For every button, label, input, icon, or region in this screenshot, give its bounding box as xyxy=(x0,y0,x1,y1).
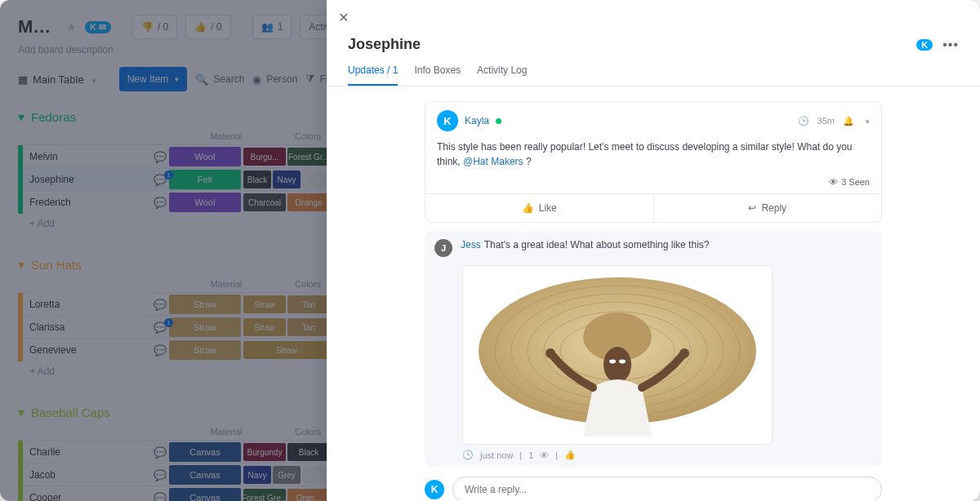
color-chip[interactable]: Tan xyxy=(287,318,330,336)
color-chip[interactable]: Straw xyxy=(243,341,330,359)
post-time: 35m xyxy=(817,116,835,126)
item-name[interactable]: Genevieve xyxy=(23,344,152,356)
new-item-button[interactable]: New Item▾ xyxy=(119,67,188,91)
color-chip[interactable]: Tan xyxy=(287,295,330,313)
thumbs-down-button[interactable]: 👎/ 0 xyxy=(132,15,177,39)
post-menu-icon[interactable] xyxy=(862,116,870,126)
reply-attachment[interactable] xyxy=(462,265,773,445)
item-name[interactable]: Melvin xyxy=(23,151,152,162)
colors-cell[interactable]: Burgu...Forest Gr... xyxy=(242,148,332,166)
add-row-button[interactable]: + Add xyxy=(18,213,312,229)
color-chip[interactable]: Black xyxy=(287,443,330,461)
close-icon[interactable]: ✕ xyxy=(338,10,349,25)
color-chip[interactable]: Straw xyxy=(243,318,286,336)
material-cell[interactable]: Straw xyxy=(169,340,241,360)
color-chip[interactable]: Navy xyxy=(243,466,271,484)
chat-icon[interactable]: 💬 xyxy=(152,151,168,163)
color-chip[interactable]: Burgundy xyxy=(243,443,286,461)
group-name[interactable]: Baseball Caps xyxy=(31,406,110,419)
tab-updates[interactable]: Updates / 1 xyxy=(348,64,398,86)
thumbs-up-icon: 👍 xyxy=(522,202,534,214)
item-name[interactable]: Cooper xyxy=(23,492,152,501)
color-chip[interactable] xyxy=(302,171,330,188)
board-title[interactable]: My Board xyxy=(18,16,57,38)
color-chip[interactable]: Oran... xyxy=(287,489,330,501)
colors-cell[interactable]: Forest Gre...Oran... xyxy=(242,489,332,501)
board-members-pill[interactable]: K✉ xyxy=(85,21,111,33)
group-name[interactable]: Sun Hats xyxy=(31,258,82,272)
chat-icon[interactable]: 💬 xyxy=(152,299,168,311)
material-cell[interactable]: Canvas xyxy=(169,465,241,485)
item-name[interactable]: Jacob xyxy=(23,469,152,481)
item-name[interactable]: Frederich xyxy=(23,197,152,208)
chat-icon: ✉ xyxy=(99,22,106,33)
reply-avatar[interactable]: J xyxy=(434,239,452,257)
tab-info-boxes[interactable]: Info Boxes xyxy=(414,64,461,86)
colors-cell[interactable]: BurgundyBlack xyxy=(242,443,332,461)
chat-icon[interactable]: 💬 xyxy=(152,197,168,209)
chat-icon[interactable]: 💬 xyxy=(152,469,168,481)
chat-icon[interactable]: 💬 xyxy=(152,321,168,334)
colors-cell[interactable]: StrawTan xyxy=(242,318,332,336)
author-avatar[interactable]: K xyxy=(437,110,458,131)
material-cell[interactable]: Wool xyxy=(169,147,241,166)
thumbs-up-button[interactable]: 👍/ 0 xyxy=(185,15,230,39)
color-chip[interactable]: Charcoal xyxy=(243,193,286,211)
material-cell[interactable]: Straw xyxy=(169,317,241,337)
material-cell[interactable]: Felt xyxy=(169,170,241,189)
colors-cell[interactable]: BlackNavy xyxy=(242,171,332,188)
material-cell[interactable]: Canvas xyxy=(169,442,241,462)
material-cell[interactable]: Straw xyxy=(169,295,241,314)
color-chip[interactable] xyxy=(302,466,330,484)
tab-activity-log[interactable]: Activity Log xyxy=(477,64,527,86)
color-chip[interactable]: Navy xyxy=(273,171,301,188)
collapse-icon[interactable]: ▾ xyxy=(18,109,24,125)
thumbs-up-icon[interactable]: 👍 xyxy=(564,450,576,460)
chat-icon[interactable]: 💬 xyxy=(152,174,168,186)
collapse-icon[interactable]: ▾ xyxy=(18,405,24,420)
color-chip[interactable]: Orange xyxy=(287,193,330,211)
colors-cell[interactable]: NavyGrey xyxy=(242,466,332,484)
panel-members-pill[interactable]: K xyxy=(916,39,933,51)
author-name[interactable]: Kayla xyxy=(465,115,489,126)
bell-icon[interactable]: 🔔 xyxy=(843,116,854,126)
reply-count: 1 xyxy=(528,450,533,460)
group-name[interactable]: Fedoras xyxy=(31,110,76,124)
people-button[interactable]: 👥1 xyxy=(252,15,292,39)
colors-cell[interactable]: StrawTan xyxy=(242,295,332,313)
collapse-icon[interactable]: ▾ xyxy=(18,257,24,273)
color-chip[interactable]: Forest Gr... xyxy=(287,148,330,166)
chat-icon[interactable]: 💬 xyxy=(152,344,168,357)
panel-more-icon[interactable]: ••• xyxy=(942,38,959,52)
chat-icon[interactable]: 💬 xyxy=(152,492,168,502)
main-view-tab[interactable]: ▦Main Table xyxy=(18,73,96,86)
reply-input[interactable] xyxy=(452,477,882,501)
seen-count[interactable]: 👁3 Seen xyxy=(425,177,881,193)
color-chip[interactable]: Black xyxy=(243,171,271,188)
color-chip[interactable]: Burgu... xyxy=(243,148,286,166)
svg-point-8 xyxy=(609,360,616,364)
colors-cell[interactable]: Straw xyxy=(242,341,332,359)
item-name[interactable]: Josephine xyxy=(23,174,152,185)
search-button[interactable]: 🔍Search xyxy=(195,73,244,86)
item-name[interactable]: Clarissa xyxy=(23,321,152,333)
chat-icon[interactable]: 💬 xyxy=(152,446,168,459)
item-name[interactable]: Charlie xyxy=(23,446,152,458)
panel-title[interactable]: Josephine xyxy=(348,36,421,53)
person-filter-button[interactable]: ◉Person xyxy=(252,73,297,86)
color-chip[interactable]: Grey xyxy=(273,466,301,484)
chevron-down-icon[interactable]: ▾ xyxy=(175,75,179,83)
star-icon[interactable]: ★ xyxy=(65,20,77,35)
add-row-button[interactable]: + Add xyxy=(18,361,312,377)
color-chip[interactable]: Straw xyxy=(243,295,286,313)
reply-button[interactable]: ↩Reply xyxy=(653,194,882,222)
item-name[interactable]: Loretta xyxy=(23,299,152,310)
color-chip[interactable]: Forest Gre... xyxy=(243,489,286,501)
reply-author[interactable]: Jess xyxy=(461,239,481,250)
colors-cell[interactable]: CharcoalOrange xyxy=(242,193,332,211)
mention[interactable]: @Hat Makers xyxy=(463,156,523,167)
like-button[interactable]: 👍Like xyxy=(425,194,653,222)
material-cell[interactable]: Wool xyxy=(169,193,241,212)
material-cell[interactable]: Canvas xyxy=(169,488,241,501)
table-icon: ▦ xyxy=(18,73,28,86)
